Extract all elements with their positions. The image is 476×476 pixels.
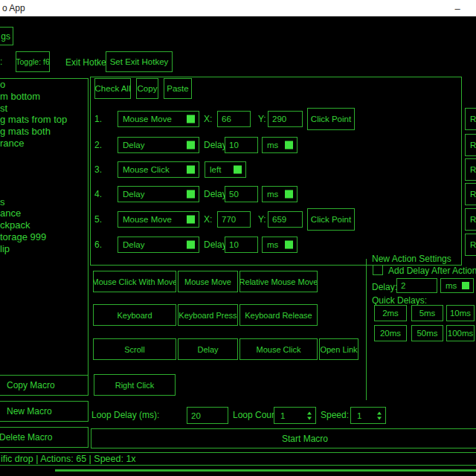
settings-button[interactable]: gs bbox=[0, 27, 13, 45]
action-type-dropdown[interactable]: Delay bbox=[118, 237, 199, 253]
unit-value: ms bbox=[446, 281, 457, 290]
macro-list: o m bottom st g mats from top g mats bot… bbox=[0, 79, 88, 374]
action-type-dropdown[interactable]: Mouse Move bbox=[118, 111, 199, 127]
relative-mouse-move-button[interactable]: Relative Mouse Move bbox=[239, 271, 318, 292]
quick-delay-5ms-button[interactable]: 5ms bbox=[411, 305, 443, 321]
mouse-click-button[interactable]: Mouse Click bbox=[239, 338, 318, 360]
delay-button[interactable]: Delay bbox=[178, 338, 238, 360]
copy-macro-button[interactable]: Copy Macro bbox=[0, 375, 89, 396]
mouse-button-value: left bbox=[210, 165, 221, 174]
mouse-button-dropdown[interactable]: left bbox=[205, 161, 246, 178]
action-type-dropdown[interactable]: Delay bbox=[118, 186, 199, 202]
unit-dropdown[interactable]: ms bbox=[262, 137, 298, 153]
macro-list-item[interactable]: rance bbox=[0, 138, 88, 149]
copy-button[interactable]: Copy bbox=[136, 78, 158, 99]
status-bar: ific drop | Actions: 65 | Speed: 1x bbox=[0, 452, 476, 466]
action-type-dropdown[interactable]: Delay bbox=[118, 137, 199, 153]
quick-delays-label: Quick Delays: bbox=[372, 295, 427, 306]
settings-divider bbox=[366, 259, 367, 400]
quick-delay-100ms-button[interactable]: 100ms bbox=[446, 325, 475, 341]
action-type-value: Delay bbox=[123, 190, 144, 199]
spinner-arrows-icon[interactable] bbox=[377, 411, 382, 419]
unit-value: ms bbox=[267, 190, 278, 199]
new-macro-button[interactable]: New Macro bbox=[0, 401, 89, 422]
quick-delay-20ms-button[interactable]: 20ms bbox=[374, 325, 407, 341]
bottom-border-line bbox=[55, 469, 476, 472]
quick-delay-10ms-button[interactable]: 10ms bbox=[446, 305, 475, 321]
scroll-button[interactable]: Scroll bbox=[93, 338, 176, 360]
macro-list-item[interactable] bbox=[0, 161, 88, 173]
remove-button[interactable]: R bbox=[465, 158, 476, 181]
delete-macro-button[interactable]: Delete Macro bbox=[0, 427, 89, 448]
spinner-arrows-icon[interactable] bbox=[307, 411, 312, 419]
macro-list-item[interactable]: s bbox=[0, 196, 88, 208]
dropdown-square-icon bbox=[285, 190, 293, 199]
dropdown-square-icon bbox=[187, 241, 195, 249]
speed-label: Speed: bbox=[321, 410, 349, 420]
click-point-button[interactable]: Click Point bbox=[307, 108, 355, 130]
delay-input[interactable]: 50 bbox=[225, 186, 258, 202]
mouse-move-button[interactable]: Mouse Move bbox=[178, 271, 238, 292]
remove-button[interactable]: R bbox=[465, 108, 476, 130]
macro-app-window: { "theme":{"green_border":"#2eae2e","gre… bbox=[0, 0, 476, 476]
dropdown-square-icon bbox=[187, 216, 195, 224]
macro-list-item[interactable]: torage 999 bbox=[0, 231, 88, 243]
start-macro-button[interactable]: Start Macro bbox=[91, 428, 476, 448]
dropdown-square-icon bbox=[285, 241, 293, 249]
macro-list-item[interactable] bbox=[0, 149, 88, 161]
delay-input[interactable]: 10 bbox=[225, 237, 258, 253]
loop-count-value: 1 bbox=[280, 411, 285, 420]
loop-count-spinner[interactable]: 1 bbox=[274, 407, 316, 424]
new-action-delay-input[interactable]: 2 bbox=[396, 278, 437, 293]
delay-input[interactable]: 10 bbox=[225, 137, 258, 153]
minimize-button[interactable]: – bbox=[445, 0, 470, 16]
remove-button[interactable]: R bbox=[465, 208, 476, 231]
unit-dropdown[interactable]: ms bbox=[262, 237, 298, 253]
mouse-click-with-move-button[interactable]: Mouse Click With Move bbox=[93, 271, 176, 292]
macro-list-item[interactable]: o bbox=[0, 79, 88, 91]
y-input[interactable]: 290 bbox=[268, 111, 303, 127]
quick-delay-2ms-button[interactable]: 2ms bbox=[374, 305, 407, 321]
loop-delay-input[interactable]: 20 bbox=[187, 407, 228, 424]
new-action-unit-dropdown[interactable]: ms bbox=[440, 278, 474, 293]
action-type-dropdown[interactable]: Mouse Move bbox=[118, 211, 199, 228]
dropdown-square-icon bbox=[285, 141, 293, 149]
macro-list-item[interactable]: g mats both bbox=[0, 126, 88, 138]
macro-list-item[interactable]: g mats from top bbox=[0, 114, 88, 126]
toggle-hotkey-button[interactable]: Toggle: f6 bbox=[16, 51, 50, 72]
titlebar bbox=[0, 0, 476, 16]
remove-button[interactable]: R bbox=[465, 183, 476, 205]
open-link-button[interactable]: Open Link bbox=[319, 338, 358, 360]
macro-list-item[interactable]: m bottom bbox=[0, 91, 88, 103]
window-title: o App bbox=[2, 3, 25, 13]
macro-list-item[interactable] bbox=[0, 173, 88, 184]
macro-list-item[interactable]: st bbox=[0, 103, 88, 115]
click-point-button[interactable]: Click Point bbox=[307, 208, 355, 231]
dropdown-square-icon bbox=[187, 166, 195, 174]
add-delay-checkbox[interactable] bbox=[373, 265, 383, 275]
loop-delay-label: Loop Delay (ms): bbox=[91, 410, 159, 420]
speed-spinner[interactable]: 1 bbox=[350, 407, 386, 424]
keyboard-press-button[interactable]: Keyboard Press bbox=[178, 304, 238, 326]
set-exit-hotkey-button[interactable]: Set Exit Hotkey bbox=[106, 51, 173, 72]
action-type-dropdown[interactable]: Mouse Click bbox=[118, 161, 199, 178]
x-label: X: bbox=[204, 114, 212, 124]
paste-button[interactable]: Paste bbox=[164, 78, 192, 99]
right-click-button[interactable]: Right Click bbox=[94, 374, 176, 396]
macro-list-item[interactable] bbox=[0, 184, 88, 196]
quick-delay-50ms-button[interactable]: 50ms bbox=[411, 325, 443, 341]
remove-button[interactable]: R bbox=[465, 234, 476, 256]
macro-list-item[interactable]: ckpack bbox=[0, 219, 88, 231]
action-type-value: Delay bbox=[123, 240, 144, 249]
unit-dropdown[interactable]: ms bbox=[262, 186, 298, 202]
keyboard-button[interactable]: Keyboard bbox=[93, 304, 176, 326]
x-input[interactable]: 770 bbox=[217, 211, 251, 228]
speed-value: 1 bbox=[357, 411, 361, 420]
keyboard-release-button[interactable]: Keyboard Release bbox=[239, 304, 318, 326]
x-input[interactable]: 66 bbox=[217, 111, 251, 127]
macro-list-item[interactable]: lip bbox=[0, 243, 88, 255]
y-input[interactable]: 659 bbox=[268, 211, 303, 228]
check-all-button[interactable]: Check All bbox=[94, 78, 131, 99]
macro-list-item[interactable]: ance bbox=[0, 208, 88, 219]
remove-button[interactable]: R bbox=[465, 134, 476, 156]
